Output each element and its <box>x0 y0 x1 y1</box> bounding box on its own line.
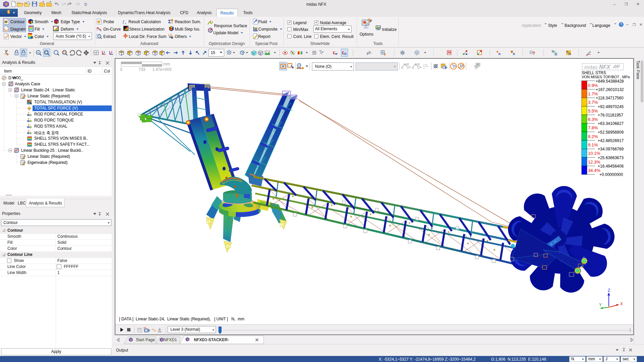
svg-text:6: 6 <box>28 130 30 132</box>
svg-text:❐: ❐ <box>633 23 636 27</box>
svg-text:Σ: Σ <box>168 18 171 24</box>
svg-text:Z: Z <box>608 288 610 293</box>
svg-text:Y: Y <box>599 303 602 307</box>
svg-text:mm: mm <box>163 62 170 66</box>
svg-text:M: M <box>448 51 451 54</box>
svg-text:F: F <box>28 111 30 114</box>
svg-text:ID: ID <box>477 63 479 66</box>
svg-text:15: 15 <box>211 50 215 55</box>
svg-text:A: A <box>37 51 39 54</box>
svg-text:–: – <box>626 22 629 27</box>
svg-text:6: 6 <box>28 124 30 126</box>
svg-text:6: 6 <box>27 142 29 145</box>
svg-text:w: w <box>335 52 338 55</box>
svg-text:X: X <box>620 302 623 306</box>
svg-text:LC: LC <box>168 33 172 37</box>
svg-text:?: ? <box>620 22 622 27</box>
svg-text:x: x <box>124 21 126 25</box>
svg-text:✕: ✕ <box>639 22 642 27</box>
svg-text:F: F <box>28 118 30 120</box>
svg-text:?: ? <box>533 51 535 56</box>
svg-text:n: n <box>513 52 515 56</box>
svg-text:6: 6 <box>27 136 29 139</box>
svg-text:n: n <box>498 52 500 56</box>
svg-text:G: G <box>344 52 346 55</box>
svg-text:p: p <box>384 52 386 56</box>
